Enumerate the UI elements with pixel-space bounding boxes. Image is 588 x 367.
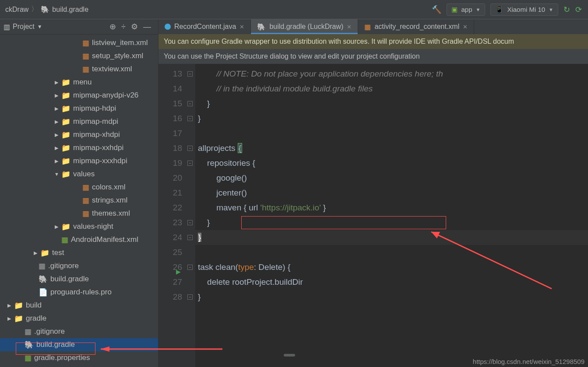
breadcrumb[interactable]: ckDraw 〉 🐘 build.gradle xyxy=(0,5,94,14)
tree-label: .gitignore xyxy=(48,262,79,270)
project-structure-notification[interactable]: You can use the Project Structure dialog… xyxy=(158,49,588,64)
tree-item-build[interactable]: ▶📁build xyxy=(0,299,158,312)
tree-label: mipmap-hdpi xyxy=(73,104,116,113)
tree-item-test[interactable]: ▶📁test xyxy=(0,246,158,259)
tree-label: mipmap-xhdpi xyxy=(73,130,120,139)
chevron-down-icon: ▼ xyxy=(549,7,553,12)
tree-label: listview_item.xml xyxy=(92,38,148,47)
tree-label: themes.xml xyxy=(92,209,130,218)
fold-handle[interactable]: − xyxy=(187,146,193,151)
gutter: 13141516171819202122232425262728 xyxy=(158,64,187,367)
breadcrumb-file[interactable]: build.gradle xyxy=(52,6,88,14)
fold-handle[interactable]: − xyxy=(187,235,193,240)
tree-item-mipmap-mdpi[interactable]: ▶📁mipmap-mdpi xyxy=(0,115,158,128)
tree-arrow[interactable]: ▶ xyxy=(54,145,59,151)
tree-item--gitignore[interactable]: ▦.gitignore xyxy=(0,259,158,273)
fold-handle[interactable]: − xyxy=(187,161,193,166)
tree-arrow[interactable]: ▶ xyxy=(54,158,59,164)
tree-icon: 📁 xyxy=(61,170,70,179)
tree-arrow[interactable]: ▶ xyxy=(54,119,59,125)
tree-label: build xyxy=(26,301,42,310)
tree-item-mipmap-xhdpi[interactable]: ▶📁mipmap-xhdpi xyxy=(0,128,158,141)
locate-icon[interactable]: ⊕ xyxy=(107,22,119,31)
tree-icon: 📄 xyxy=(39,288,48,297)
run-config-combo[interactable]: ▣ app ▼ xyxy=(447,3,485,16)
code-editor[interactable]: 13141516171819202122232425262728 −−−−−−−… xyxy=(158,64,588,367)
tree-label: mipmap-anydpi-v26 xyxy=(73,91,138,100)
tree-item-mipmap-xxhdpi[interactable]: ▶📁mipmap-xxhdpi xyxy=(0,141,158,154)
fold-handle[interactable]: − xyxy=(187,220,193,225)
fold-handle[interactable]: − xyxy=(187,265,193,270)
chevron-down-icon: ▼ xyxy=(37,24,42,30)
tab-build-gradle-luckdraw-[interactable]: 🐘build.gradle (LuckDraw)✕ xyxy=(251,19,358,34)
tree-arrow[interactable]: ▶ xyxy=(33,250,38,256)
build-icon[interactable]: 🔨 xyxy=(432,5,441,14)
tree-item-mipmap-xxxhdpi[interactable]: ▶📁mipmap-xxxhdpi xyxy=(0,154,158,168)
tree-arrow[interactable]: ▼ xyxy=(54,171,59,177)
sync-icon[interactable]: ↻ xyxy=(563,5,570,14)
tree-icon: 📁 xyxy=(61,222,70,231)
tree-icon: ▦ xyxy=(82,65,89,74)
tree-arrow[interactable]: ▶ xyxy=(7,303,11,308)
tab-activity-record-content-xml[interactable]: ▦activity_record_content.xml✕ xyxy=(358,19,474,34)
tree-item-mipmap-hdpi[interactable]: ▶📁mipmap-hdpi xyxy=(0,102,158,115)
close-icon[interactable]: ✕ xyxy=(463,24,468,30)
tree-arrow[interactable]: ▶ xyxy=(54,224,59,230)
minimize-icon[interactable]: — xyxy=(141,22,154,31)
fold-handle[interactable]: − xyxy=(187,101,193,106)
tree-icon: 🐘 xyxy=(25,340,34,350)
editor-horizontal-scrollbar[interactable] xyxy=(170,352,588,358)
gear-icon[interactable]: ⚙ xyxy=(128,22,141,31)
tree-item-menu[interactable]: ▶📁menu xyxy=(0,76,158,89)
project-view-combo[interactable]: ▥ Project ▼ xyxy=(4,23,42,31)
tree-item-setup-style-xml[interactable]: ▦setup_style.xml xyxy=(0,49,158,63)
tree-arrow[interactable]: ▶ xyxy=(54,93,59,98)
tree-item-values[interactable]: ▼📁values xyxy=(0,168,158,181)
fold-handle[interactable]: − xyxy=(187,71,193,77)
breadcrumb-project[interactable]: ckDraw xyxy=(5,6,28,14)
tree-icon: 📁 xyxy=(61,91,70,100)
sync-alt-icon[interactable]: ⟳ xyxy=(575,5,582,14)
tree-item-mipmap-anydpi-v26[interactable]: ▶📁mipmap-anydpi-v26 xyxy=(0,89,158,102)
tree-item-textview-xml[interactable]: ▦textview.xml xyxy=(0,63,158,76)
tree-item-strings-xml[interactable]: ▦strings.xml xyxy=(0,194,158,207)
tree-icon: ▦ xyxy=(82,209,89,218)
code-content[interactable]: // NOTE: Do not place your application d… xyxy=(195,64,588,367)
fold-handle[interactable]: − xyxy=(187,116,193,121)
tree-arrow[interactable]: ▶ xyxy=(54,132,59,138)
tree-item-colors-xml[interactable]: ▦colors.xml xyxy=(0,181,158,194)
fold-column[interactable]: −−−−−−−−− xyxy=(187,64,195,367)
tree-item--gitignore[interactable]: ▦.gitignore xyxy=(0,325,158,338)
project-tree[interactable]: ▦listview_item.xml▦setup_style.xml▦textv… xyxy=(0,35,158,367)
tree-item-values-night[interactable]: ▶📁values-night xyxy=(0,220,158,233)
tree-icon: ▦ xyxy=(82,52,89,61)
tree-item-listview-item-xml[interactable]: ▦listview_item.xml xyxy=(0,36,158,49)
device-combo[interactable]: 📱 Xiaomi Mi 10 ▼ xyxy=(490,3,558,16)
tree-item-themes-xml[interactable]: ▦themes.xml xyxy=(0,207,158,220)
gradle-wrapper-notification[interactable]: You can configure Gradle wrapper to use … xyxy=(158,34,588,49)
device-label: Xiaomi Mi 10 xyxy=(507,6,545,13)
tree-label: setup_style.xml xyxy=(92,52,143,60)
expand-icon[interactable]: ÷ xyxy=(119,22,128,31)
close-icon[interactable]: ✕ xyxy=(239,24,244,30)
tree-arrow[interactable]: ▶ xyxy=(7,316,11,322)
tab-recordcontent-java[interactable]: RecordContent.java✕ xyxy=(158,19,251,34)
tree-label: gradle.properties xyxy=(34,353,90,362)
editor-tabs: RecordContent.java✕🐘build.gradle (LuckDr… xyxy=(158,19,588,34)
tree-arrow[interactable]: ▶ xyxy=(54,106,59,112)
tree-item-proguard-rules-pro[interactable]: 📄proguard-rules.pro xyxy=(0,286,158,299)
project-view-label: Project xyxy=(13,23,35,31)
close-icon[interactable]: ✕ xyxy=(347,24,352,30)
tree-item-build-gradle[interactable]: 🐘build.gradle xyxy=(0,273,158,286)
tree-label: colors.xml xyxy=(92,183,126,192)
xml-icon: ▦ xyxy=(364,23,371,31)
tree-label: strings.xml xyxy=(92,196,127,205)
tree-item-build-gradle[interactable]: 🐘build.gradle xyxy=(0,338,158,351)
tree-item-androidmanifest-xml[interactable]: ▦AndroidManifest.xml xyxy=(0,233,158,246)
tree-label: menu xyxy=(73,78,92,87)
tree-arrow[interactable]: ▶ xyxy=(54,80,59,85)
fold-handle[interactable]: − xyxy=(187,294,193,300)
tree-item-gradle[interactable]: ▶📁gradle xyxy=(0,312,158,325)
tree-item-gradle-properties[interactable]: ▦gradle.properties xyxy=(0,351,158,364)
tree-icon: 📁 xyxy=(61,117,70,126)
